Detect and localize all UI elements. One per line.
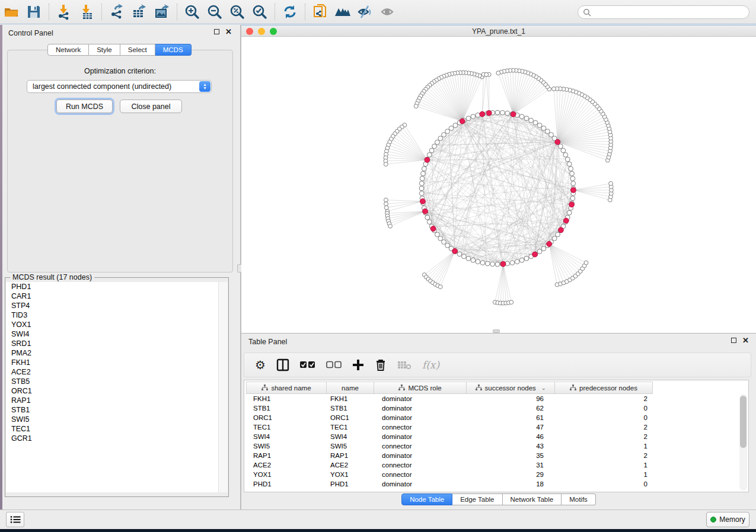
tab-edge-table[interactable]: Edge Table xyxy=(452,493,502,505)
ring-node[interactable] xyxy=(429,148,434,153)
float-panel-icon[interactable] xyxy=(214,29,219,34)
ring-node[interactable] xyxy=(524,116,529,121)
ring-node[interactable] xyxy=(466,116,471,121)
dominator-node[interactable] xyxy=(486,110,492,116)
ring-node[interactable] xyxy=(529,118,534,123)
network-window-titlebar[interactable]: YPA_prune.txt_1 xyxy=(241,25,756,37)
ring-node[interactable] xyxy=(442,133,446,137)
ring-node[interactable] xyxy=(561,148,566,153)
ring-node[interactable] xyxy=(571,181,576,186)
ring-node[interactable] xyxy=(438,136,443,141)
ring-node[interactable] xyxy=(533,120,538,125)
leaf-node[interactable] xyxy=(509,300,513,305)
table-scrollbar-thumb[interactable] xyxy=(740,396,747,448)
ring-node[interactable] xyxy=(419,186,424,191)
zoom-selected-icon[interactable] xyxy=(248,2,271,21)
tab-node-table[interactable]: Node Table xyxy=(401,493,452,505)
tab-style[interactable]: Style xyxy=(89,44,120,56)
dominator-node[interactable] xyxy=(563,218,569,223)
tab-motifs[interactable]: Motifs xyxy=(562,493,596,505)
ring-node[interactable] xyxy=(541,246,546,251)
table-row[interactable]: ACE2ACE2connector311 xyxy=(246,460,740,470)
column-header-MCDS-role[interactable]: MCDS role xyxy=(374,382,467,394)
zoom-fit-icon[interactable] xyxy=(226,2,248,21)
ring-node[interactable] xyxy=(421,171,426,176)
close-panel-icon[interactable]: ✕ xyxy=(225,29,232,34)
ring-node[interactable] xyxy=(445,243,450,248)
leaf-node[interactable] xyxy=(388,224,393,228)
ring-node[interactable] xyxy=(438,236,443,241)
ring-node[interactable] xyxy=(570,176,575,181)
ring-node[interactable] xyxy=(466,256,471,261)
ring-node[interactable] xyxy=(495,110,500,115)
ring-node[interactable] xyxy=(519,258,524,262)
mcds-result-item[interactable]: TID3 xyxy=(6,310,219,320)
ring-node[interactable] xyxy=(565,157,570,162)
panel-list-button[interactable] xyxy=(6,512,24,527)
run-mcds-button[interactable]: Run MCDS xyxy=(56,100,113,113)
dominator-node[interactable] xyxy=(569,202,575,207)
mcds-result-item[interactable]: STB1 xyxy=(6,405,219,415)
gear-icon[interactable]: ⚙ xyxy=(255,358,266,372)
ring-node[interactable] xyxy=(457,252,462,257)
add-icon[interactable] xyxy=(352,359,364,371)
mcds-result-list[interactable]: PHD1CAR1STP4TID3YOX1SWI4SRD1PMA2FKH1ACE2… xyxy=(6,282,219,492)
search-field[interactable] xyxy=(591,7,749,18)
ring-node[interactable] xyxy=(422,166,426,171)
mcds-result-item[interactable]: PHD1 xyxy=(6,282,219,291)
ring-node[interactable] xyxy=(510,261,515,265)
ring-node[interactable] xyxy=(505,111,510,116)
table-row[interactable]: YOX1YOX1connector291 xyxy=(246,470,740,479)
leaf-node[interactable] xyxy=(484,73,489,77)
ring-node[interactable] xyxy=(490,262,495,267)
dominator-node[interactable] xyxy=(452,248,458,254)
tab-network[interactable]: Network xyxy=(47,44,89,56)
ring-node[interactable] xyxy=(569,166,573,171)
ring-node[interactable] xyxy=(425,215,430,220)
column-header-name[interactable]: name xyxy=(327,382,374,394)
ring-node[interactable] xyxy=(427,152,432,157)
mcds-result-item[interactable]: FKH1 xyxy=(6,358,219,367)
ring-node[interactable] xyxy=(541,126,546,131)
mcds-result-item[interactable]: STP4 xyxy=(6,301,219,310)
leaf-node[interactable] xyxy=(552,87,556,91)
dominator-node[interactable] xyxy=(420,198,425,204)
ring-node[interactable] xyxy=(442,240,446,245)
dominator-node[interactable] xyxy=(480,111,485,117)
select-all-icon[interactable] xyxy=(300,361,315,369)
ring-node[interactable] xyxy=(485,261,490,266)
ring-node[interactable] xyxy=(524,256,529,261)
leaf-node[interactable] xyxy=(384,198,388,202)
table-scrollbar[interactable] xyxy=(739,394,747,491)
leaf-node[interactable] xyxy=(438,285,442,289)
mcds-result-item[interactable]: ORC1 xyxy=(6,386,219,396)
ring-node[interactable] xyxy=(435,232,440,237)
table-row[interactable]: STB1STB1dominator620 xyxy=(246,403,740,413)
dominator-node[interactable] xyxy=(559,227,564,233)
clone-network-icon[interactable] xyxy=(309,2,331,21)
table-row[interactable]: SWI4SWI4dominator462 xyxy=(246,432,740,441)
save-icon[interactable] xyxy=(23,2,45,21)
column-header-successor-nodes[interactable]: successor nodes⌄ xyxy=(467,382,555,394)
import-table-icon[interactable] xyxy=(75,2,98,21)
mcds-result-item[interactable]: SRD1 xyxy=(6,339,219,348)
leaf-node[interactable] xyxy=(414,104,418,108)
dominator-node[interactable] xyxy=(547,241,552,246)
leaf-node[interactable] xyxy=(384,162,388,166)
ring-node[interactable] xyxy=(567,162,572,166)
tab-mcds[interactable]: MCDS xyxy=(155,44,192,56)
float-table-panel-icon[interactable] xyxy=(731,338,736,343)
ring-node[interactable] xyxy=(545,129,550,134)
dominator-node[interactable] xyxy=(532,252,538,257)
mcds-result-item[interactable]: TEC1 xyxy=(6,424,219,434)
ring-node[interactable] xyxy=(552,236,557,241)
column-header-shared-name[interactable]: shared name xyxy=(246,382,327,394)
table-row[interactable]: ORC1ORC1dominator610 xyxy=(246,413,740,422)
ring-node[interactable] xyxy=(500,110,505,115)
ring-node[interactable] xyxy=(515,259,519,264)
close-panel-button[interactable]: Close panel xyxy=(120,100,182,113)
ring-node[interactable] xyxy=(419,181,424,186)
ring-node[interactable] xyxy=(537,123,542,128)
dominator-node[interactable] xyxy=(571,188,576,193)
dominator-node[interactable] xyxy=(423,209,428,214)
